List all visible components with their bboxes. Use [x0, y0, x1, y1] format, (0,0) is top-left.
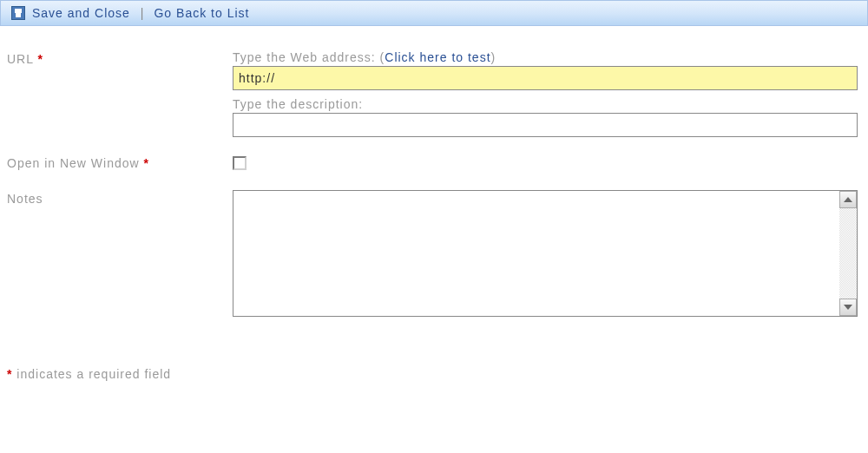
web-address-label-text: Type the Web address: (: [233, 50, 385, 64]
form-area: URL * Type the Web address: (Click here …: [0, 26, 868, 341]
scroll-up-button[interactable]: [839, 191, 857, 208]
notes-scrollbar[interactable]: [839, 191, 857, 316]
save-icon: [11, 6, 25, 20]
notes-field-content: [233, 190, 858, 317]
open-new-window-label-text: Open in New Window: [7, 156, 140, 170]
url-label: URL *: [7, 50, 233, 66]
toolbar-separator: |: [141, 6, 144, 20]
url-required-asterisk: *: [37, 52, 43, 66]
chevron-up-icon: [844, 197, 852, 202]
url-label-text: URL: [7, 52, 34, 66]
footer-required-text: indicates a required field: [12, 367, 171, 381]
required-field-note: * indicates a required field: [0, 367, 868, 381]
chevron-down-icon: [844, 305, 852, 310]
open-new-window-row: Open in New Window *: [7, 154, 861, 173]
url-input[interactable]: [233, 66, 858, 90]
save-and-close-button[interactable]: Save and Close: [32, 6, 130, 20]
toolbar: Save and Close | Go Back to List: [0, 0, 868, 26]
open-new-window-field-content: [233, 154, 858, 173]
url-row: URL * Type the Web address: (Click here …: [7, 50, 861, 137]
web-address-label-close: ): [491, 50, 496, 64]
web-address-label: Type the Web address: (Click here to tes…: [233, 50, 858, 64]
test-url-link[interactable]: Click here to test: [385, 50, 490, 64]
notes-label: Notes: [7, 190, 233, 206]
description-input[interactable]: [233, 113, 858, 137]
open-new-window-required-asterisk: *: [144, 156, 149, 170]
go-back-to-list-button[interactable]: Go Back to List: [154, 6, 249, 20]
scroll-down-button[interactable]: [839, 299, 857, 316]
url-field-content: Type the Web address: (Click here to tes…: [233, 50, 858, 137]
open-new-window-checkbox[interactable]: [233, 156, 247, 170]
notes-textarea[interactable]: [233, 191, 839, 316]
notes-textarea-wrap: [233, 190, 858, 317]
open-new-window-label: Open in New Window *: [7, 154, 233, 170]
description-label: Type the description:: [233, 97, 858, 111]
notes-row: Notes: [7, 190, 861, 317]
